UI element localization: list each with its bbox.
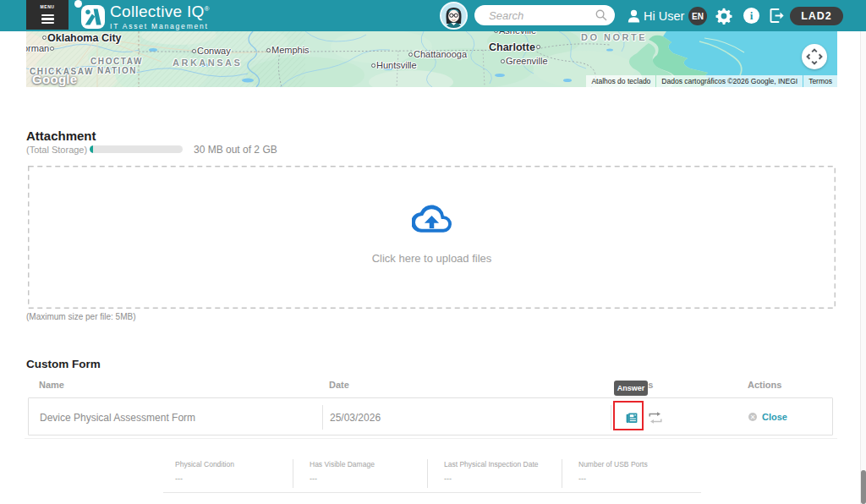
user-icon (628, 9, 640, 23)
map-label-choctaw: CHOCTAWNATION (90, 57, 143, 75)
subform-field: Physical Condition --- (163, 460, 297, 483)
subform-answers: Physical Condition --- Has Visible Damag… (163, 457, 701, 493)
swap-arrows-icon (649, 412, 662, 424)
google-watermark: Google (32, 72, 77, 86)
map-label-arkansas: ARKANSAS (173, 58, 242, 68)
map-label-greenville: Greenville (500, 56, 548, 66)
upload-dropzone[interactable]: Click here to upload files (28, 166, 836, 309)
hamburger-icon (41, 12, 54, 26)
form-name-cell: Device Physical Assessment Form (40, 412, 195, 424)
pan-arrows-icon (805, 47, 824, 66)
attachment-title: Attachment (26, 129, 96, 143)
logo-mark-icon (81, 5, 105, 29)
menu-button[interactable]: MENU (26, 0, 69, 30)
brand-subtitle: IT Asset Management (110, 22, 210, 30)
cloud-upload-icon (412, 204, 452, 236)
custom-form-title: Custom Form (26, 358, 101, 370)
map-label-norman: orman (26, 43, 55, 53)
storage-progress-fill (90, 145, 93, 153)
page: { "colors": { "header_teal": "#2196a7", … (0, 0, 866, 504)
column-header-actions: Actions (748, 380, 781, 390)
map-label-do-norte: DO NORTE (581, 32, 647, 42)
custom-form-row: Device Physical Assessment Form 25/03/20… (28, 397, 833, 436)
subform-field: Last Physical Inspection Date --- (432, 460, 566, 483)
change-answer-button[interactable] (647, 409, 664, 426)
map-attribution-keyboard[interactable]: Atalhos do teclado (586, 75, 655, 87)
map-label-memphis: Memphis (266, 45, 310, 55)
highlight-box (613, 401, 644, 430)
map-label-huntsville: Huntsville (370, 60, 417, 70)
map-label-charlotte: Charlotte (489, 41, 541, 53)
map-label-conway: Conway (191, 46, 231, 56)
close-label: Close (762, 412, 787, 422)
map-pan-button[interactable] (802, 44, 827, 69)
storage-row: (Total Storage) 30 MB out of 2 GB (26, 144, 618, 156)
language-badge[interactable]: EN (688, 7, 707, 25)
map-label-chattanooga: Chattanooga (408, 49, 467, 59)
storage-progress-bar (90, 145, 183, 153)
form-date-cell: 25/03/2026 (330, 412, 381, 424)
scrollbar-thumb[interactable] (861, 470, 866, 504)
app-logo[interactable]: Collective IQ® IT Asset Management (74, 0, 210, 31)
subform-field: Number of USB Ports --- (567, 460, 700, 483)
info-icon: i (743, 8, 759, 24)
avatar[interactable] (440, 2, 468, 30)
info-button[interactable]: i (743, 0, 759, 31)
user-menu[interactable]: Hi User (628, 0, 684, 31)
gear-icon (715, 8, 732, 25)
avatar-image (441, 3, 466, 28)
user-greeting: Hi User (644, 9, 684, 23)
settings-button[interactable] (715, 0, 732, 31)
app-header: MENU Collective IQ® IT Asset Management (0, 0, 866, 31)
brand-registered: ® (205, 5, 210, 13)
search-icon[interactable] (595, 9, 607, 21)
map-attribution-terms[interactable]: Termos (803, 75, 837, 87)
subform-field: Has Visible Damage --- (298, 460, 431, 483)
map-label-oklahoma-city: Oklahoma City (41, 32, 122, 44)
scrollbar-track[interactable] (860, 31, 866, 504)
search-box (474, 5, 615, 25)
map-attribution: Atalhos do teclado Dados cartográficos ©… (585, 75, 837, 87)
close-button[interactable]: ✕ Close (748, 412, 787, 422)
logout-icon (770, 8, 785, 23)
storage-label: (Total Storage) (26, 145, 87, 155)
storage-usage: 30 MB out of 2 GB (194, 144, 277, 156)
map-attribution-data: Dados cartográficos ©2026 Google, INEGI (656, 75, 803, 87)
column-header-name: Name (39, 380, 64, 390)
close-x-icon: ✕ (748, 413, 757, 421)
logout-button[interactable] (770, 0, 785, 31)
menu-label: MENU (40, 4, 54, 9)
upload-hint: Click here to upload files (28, 252, 836, 265)
max-size-note: (Maximum size per file: 5MB) (26, 312, 135, 321)
map[interactable]: Oklahoma City orman CHICKASAW CHOCTAWNAT… (26, 31, 837, 87)
search-input[interactable] (474, 9, 584, 22)
brand-title: Collective IQ® (110, 1, 210, 19)
logo-dot (74, 0, 82, 8)
answer-tooltip: Answer (614, 381, 648, 396)
column-header-date: Date (329, 380, 349, 390)
map-label-asheville: Asheville (493, 31, 536, 36)
tenant-badge[interactable]: LAD2 (790, 7, 843, 25)
